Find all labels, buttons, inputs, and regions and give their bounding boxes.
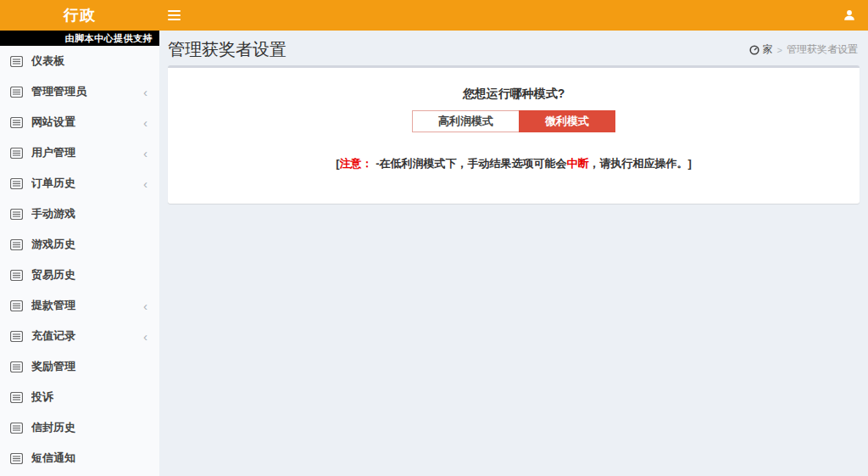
sidebar-item-label: 奖励管理 — [31, 359, 149, 374]
list-alt-icon — [10, 148, 24, 159]
sidebar-item-label: 仪表板 — [31, 53, 149, 69]
sidebar-item-manage-admins[interactable]: 管理管理员 ‹ — [0, 76, 159, 107]
admin-app: 行政 由脚本中心提供支持 仪表板 — [0, 0, 868, 476]
sidebar-item-order-history[interactable]: 订单历史 ‹ — [0, 168, 159, 199]
sidebar-toggle-button[interactable] — [159, 0, 192, 31]
list-alt-icon — [10, 239, 24, 250]
sidebar-item-label: 短信通知 — [31, 451, 149, 466]
note-text-before: -在低利润模式下，手动结果选项可能会 — [373, 157, 567, 170]
chevron-left-icon: ‹ — [143, 300, 149, 312]
chevron-left-icon: ‹ — [143, 116, 149, 129]
list-alt-icon — [10, 270, 24, 281]
sidebar-item-label: 手动游戏 — [31, 206, 149, 221]
chevron-left-icon: ‹ — [143, 177, 149, 190]
page-title: 管理获奖者设置 — [168, 38, 287, 61]
sidebar-item-dashboard[interactable]: 仪表板 — [0, 46, 159, 76]
powered-by-banner: 由脚本中心提供支持 — [0, 31, 159, 46]
breadcrumb-separator: > — [777, 45, 782, 55]
breadcrumb-home-label: 家 — [763, 42, 773, 57]
chevron-left-icon: ‹ — [143, 86, 149, 98]
list-alt-icon — [10, 453, 24, 464]
sidebar-item-complaints[interactable]: 投诉 — [0, 382, 159, 412]
sidebar-item-withdrawal-management[interactable]: 提款管理 ‹ — [0, 290, 159, 321]
list-alt-icon — [10, 361, 24, 372]
list-alt-icon — [10, 331, 24, 342]
breadcrumb: 家 > 管理获奖者设置 — [749, 42, 858, 57]
list-alt-icon — [10, 87, 24, 98]
breadcrumb-home-link[interactable]: 家 — [749, 42, 773, 57]
mode-button-group: 高利润模式 微利模式 — [412, 110, 615, 132]
sidebar-item-reward-management[interactable]: 奖励管理 — [0, 351, 159, 382]
note-warn-label: 注意： — [340, 157, 373, 170]
high-profit-mode-button[interactable]: 高利润模式 — [412, 110, 519, 132]
sidebar-item-manual-games[interactable]: 手动游戏 — [0, 199, 159, 229]
sidebar-item-label: 投诉 — [31, 389, 149, 405]
logo[interactable]: 行政 — [0, 0, 159, 31]
chevron-left-icon: ‹ — [143, 147, 149, 160]
sidebar-item-label: 用户管理 — [31, 145, 143, 160]
sidebar-item-user-management[interactable]: 用户管理 ‹ — [0, 137, 159, 168]
sidebar: 由脚本中心提供支持 仪表板 管理管理员 ‹ 网站设置 ‹ — [0, 31, 159, 476]
content-area: 管理获奖者设置 家 > 管理获奖者设置 您想运行哪种模式? — [159, 31, 868, 476]
user-icon — [843, 9, 855, 21]
list-alt-icon — [10, 117, 24, 128]
note-highlight: 中断 — [566, 157, 588, 170]
list-alt-icon — [10, 178, 24, 189]
list-alt-icon — [10, 209, 24, 220]
dashboard-icon — [749, 45, 760, 55]
warning-note: [注意： -在低利润模式下，手动结果选项可能会中断，请执行相应操作。] — [185, 156, 843, 171]
sidebar-item-label: 充值记录 — [31, 328, 143, 344]
mode-question: 您想运行哪种模式? — [185, 87, 843, 102]
top-navbar: 行政 — [0, 0, 868, 31]
sidebar-item-label: 信封历史 — [31, 420, 149, 435]
content-header: 管理获奖者设置 家 > 管理获奖者设置 — [168, 31, 860, 65]
hamburger-icon — [168, 10, 181, 12]
sidebar-item-label: 订单历史 — [31, 176, 143, 191]
list-alt-icon — [10, 56, 24, 67]
sidebar-item-label: 管理管理员 — [31, 84, 143, 99]
low-profit-mode-button[interactable]: 微利模式 — [519, 110, 615, 132]
main-area: 由脚本中心提供支持 仪表板 管理管理员 ‹ 网站设置 ‹ — [0, 31, 868, 476]
chevron-left-icon: ‹ — [143, 330, 149, 343]
sidebar-item-label: 网站设置 — [31, 115, 143, 130]
navbar-right-area — [159, 0, 868, 31]
mode-settings-card: 您想运行哪种模式? 高利润模式 微利模式 [注意： -在低利润模式下，手动结果选… — [168, 65, 860, 204]
sidebar-item-site-settings[interactable]: 网站设置 ‹ — [0, 107, 159, 137]
sidebar-item-label: 游戏历史 — [31, 237, 149, 252]
note-text-after: ，请执行相应操作。] — [588, 157, 691, 170]
sidebar-item-sms-notifications[interactable]: 短信通知 — [0, 443, 159, 473]
sidebar-item-label: 提款管理 — [31, 298, 143, 313]
sidebar-item-recharge-records[interactable]: 充值记录 ‹ — [0, 321, 159, 351]
sidebar-item-trade-history[interactable]: 贸易历史 — [0, 260, 159, 290]
list-alt-icon — [10, 423, 24, 434]
list-alt-icon — [10, 300, 24, 311]
sidebar-item-label: 贸易历史 — [31, 267, 149, 283]
sidebar-item-game-history[interactable]: 游戏历史 — [0, 229, 159, 260]
sidebar-item-envelope-history[interactable]: 信封历史 — [0, 412, 159, 443]
user-menu-button[interactable] — [834, 0, 865, 31]
list-alt-icon — [10, 392, 24, 403]
breadcrumb-current: 管理获奖者设置 — [787, 42, 858, 57]
sidebar-menu: 仪表板 管理管理员 ‹ 网站设置 ‹ 用户管理 ‹ — [0, 46, 159, 473]
